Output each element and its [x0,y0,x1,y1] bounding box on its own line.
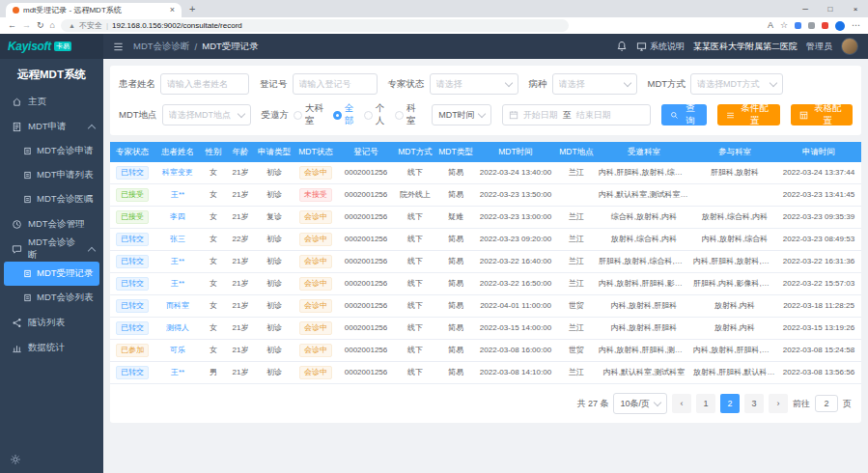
select-value: MDT时间 [438,109,475,122]
cell-name: 科室变更 [154,162,201,183]
sidebar-item-mdt-apply[interactable]: MDT申请 [0,114,103,139]
patient-name-link[interactable]: 李四 [170,212,185,221]
cell-apply_time: 2022-03-22 15:57:03 [778,273,859,294]
patient-name-link[interactable]: 王** [171,368,184,376]
cell-mdt_status: 会诊中 [294,229,338,250]
system-help-button[interactable]: 系统说明 [636,41,685,53]
browser-tab[interactable]: mdt受理记录 - 远程MDT系统 × [6,3,182,17]
patient-name-link[interactable]: 可乐 [170,346,185,354]
new-tab-button[interactable]: + [189,4,195,14]
patient-name-link[interactable]: 王** [171,257,184,265]
table-row[interactable]: 已接受王**女21岁初诊未接受0002001256院外线上简易2022-03-2… [110,184,861,207]
table-row[interactable]: 已转交而科室女21岁初诊会诊中0002001256线下简易2022-04-01 … [110,295,861,318]
pagination: 共 27 条 10条/页 ‹ 1 2 3 › 前往 页 [110,384,861,417]
sidebar-item-label: MDT会诊诊断 [28,236,83,262]
goto-page-input[interactable] [815,395,838,412]
patient-name-link[interactable]: 张三 [170,235,185,243]
sidebar-item-mdt-consult-list[interactable]: MDT会诊列表 [0,286,103,310]
browser-profile-avatar[interactable] [835,21,845,31]
total-count: 共 27 条 [576,398,608,410]
share-icon [12,318,22,328]
close-button[interactable]: × [843,5,868,14]
patient-name-link[interactable]: 测得人 [166,323,189,332]
tab-close-icon[interactable]: × [170,6,175,14]
mdt-mode-select[interactable]: 请选择MDT方式 [690,73,783,95]
table-row[interactable]: 已参加可乐女21岁初诊会诊中0002001256线下简易2022-03-08 1… [110,340,861,362]
reg-no-input[interactable] [293,73,378,95]
breadcrumb-root[interactable]: MDT会诊诊断 [133,41,190,53]
table-row[interactable]: 已接受李四女21岁复诊会诊中0002001256线下疑难2022-03-23 1… [110,207,861,229]
select-placeholder: 请选择 [436,78,462,91]
sidebar-item-mdt-consult-order[interactable]: MDT会诊医嘱 [0,187,103,211]
radio-department[interactable]: 科室 [395,102,421,127]
patient-name-link[interactable]: 而科室 [166,301,189,310]
mdt-place-select[interactable]: 请选择MDT地点 [162,104,251,125]
more-menu-icon[interactable]: ⋯ [852,21,860,30]
user-avatar[interactable] [841,38,858,55]
cell-invited_depts: 内科,放射科,肝胆科 [597,295,691,317]
cell-mdt_type: 简易 [436,162,475,183]
cell-age: 21岁 [226,207,255,228]
table-row[interactable]: 已转交张三女22岁初诊会诊中0002001256线下简易2022-03-23 0… [110,229,861,251]
table-row[interactable]: 已转交王**女21岁初诊会诊中0002001256线下简易2022-03-22 … [110,251,861,273]
expert-status-select[interactable]: 请选择 [430,73,518,95]
patient-name-link[interactable]: 王** [171,279,184,288]
extension-icon[interactable] [808,22,815,29]
next-page-button[interactable]: › [769,394,788,413]
expert-status-label: 专家状态 [388,78,425,91]
extension-icon[interactable] [795,22,801,29]
sidebar-item-mdt-consult-apply[interactable]: MDT会诊申请 [0,139,103,163]
maximize-button[interactable]: □ [818,5,843,14]
extension-icon[interactable] [822,22,828,29]
mdt-time-select[interactable]: MDT时间 [432,104,491,125]
disease-select[interactable]: 请选择 [552,73,637,95]
settings-gear-icon[interactable] [10,454,21,465]
sidebar-item-followup-list[interactable]: 随访列表 [0,310,103,335]
sidebar-item-mdt-apply-list[interactable]: MDT申请列表 [0,163,103,187]
radio-all[interactable]: 全部 [333,102,359,127]
page-button-3[interactable]: 3 [744,394,764,413]
column-header-gender: 性别 [201,142,226,162]
table-row[interactable]: 已转交王**男21岁初诊会诊中0002001256线下简易2022-03-08 … [110,362,861,384]
cell-mdt_type: 简易 [436,340,475,361]
back-icon[interactable]: ← [8,21,16,30]
bell-icon[interactable] [616,41,628,52]
sidebar-item-mdt-accept-records[interactable]: MDT受理记录 [4,262,99,286]
sidebar-item-home[interactable]: 主页 [0,89,103,114]
page-button-1[interactable]: 1 [696,394,715,413]
home-icon[interactable]: ⌂ [50,21,55,30]
app-logo[interactable]: Kayisoft 卡易 [0,34,103,59]
sidebar-collapse-icon[interactable] [113,42,124,52]
expert_status-tag: 已接受 [116,210,149,224]
page-size-select[interactable]: 10条/页 [613,393,667,414]
radio-personal[interactable]: 个人 [364,102,390,127]
sidebar-item-mdt-diagnosis[interactable]: MDT会诊诊断 [0,236,103,262]
expert_status-tag: 已参加 [116,344,149,357]
mdt-date-range[interactable]: 开始日期 至 结束日期 [502,104,651,125]
url-input[interactable]: ▲ 不安全 | 192.168.0.156:9002/consultate/re… [61,19,569,32]
minimize-button[interactable]: ─ [793,5,818,14]
patient-name-link[interactable]: 王** [171,190,184,199]
condition-config-button[interactable]: 条件配置 [717,104,779,125]
patient-name-input[interactable] [160,73,249,95]
forward-icon[interactable]: → [22,21,31,30]
radio-big-department[interactable]: 大科室 [294,102,328,127]
page-button-2[interactable]: 2 [720,394,740,413]
sidebar-item-statistics[interactable]: 数据统计 [0,335,103,360]
logo-badge: 卡易 [54,42,71,51]
cell-apply_type: 初诊 [255,318,294,339]
cell-mdt_type: 简易 [436,295,475,317]
search-button[interactable]: 查询 [661,104,707,125]
patient-name-link[interactable]: 科室变更 [162,168,193,177]
refresh-icon[interactable]: ↻ [37,21,44,30]
read-aloud-icon[interactable]: A [768,21,773,30]
prev-page-button[interactable]: ‹ [672,394,691,413]
table-row[interactable]: 已转交测得人女21岁初诊会诊中0002001256线下简易2022-03-15 … [110,318,861,340]
table-config-button[interactable]: 表格配置 [791,104,853,125]
table-row[interactable]: 已转交科室变更女21岁初诊会诊中0002001256线下简易2022-03-24… [110,162,861,184]
sidebar-item-mdt-manage[interactable]: MDT会诊管理 [0,211,103,236]
table-row[interactable]: 已转交王**女21岁初诊会诊中0002001256线下简易2022-03-22 … [110,273,861,295]
cell-gender: 女 [201,207,226,228]
cell-expert_status: 已转交 [110,162,154,183]
favorites-star-icon[interactable]: ☆ [780,21,788,30]
